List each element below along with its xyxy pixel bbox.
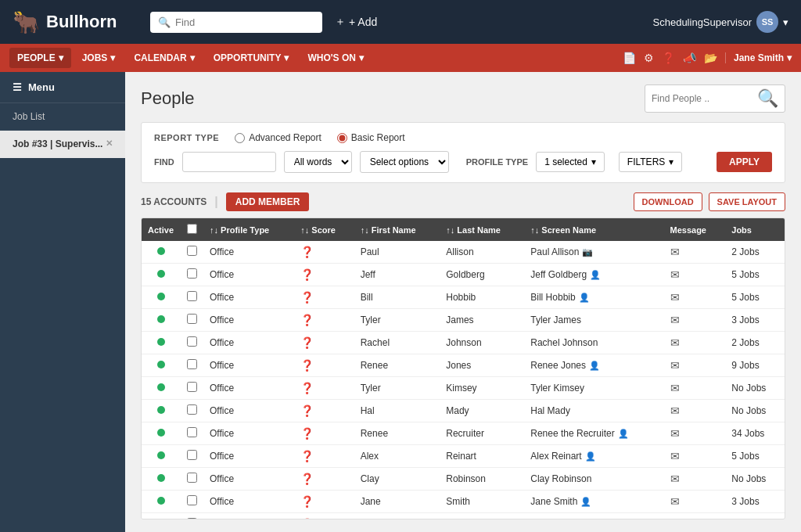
mail-icon[interactable]: ✉ <box>670 268 680 281</box>
message-cell[interactable]: ✉ <box>664 445 726 468</box>
mail-icon[interactable]: ✉ <box>670 495 680 508</box>
basic-report-radio[interactable] <box>337 133 347 143</box>
gear-icon[interactable]: ⚙ <box>644 52 654 64</box>
checkbox-cell[interactable] <box>180 491 203 513</box>
nav-people[interactable]: PEOPLE ▾ <box>9 48 71 68</box>
mail-icon[interactable]: ✉ <box>670 382 680 394</box>
table-row[interactable]: Office ❓ Alex Reinart Alex Reinart👤 ✉ 5 … <box>142 445 785 468</box>
col-last-name[interactable]: ↑↓ Last Name <box>440 218 524 241</box>
nav-jobs[interactable]: JOBS ▾ <box>74 48 124 68</box>
message-cell[interactable]: ✉ <box>664 332 726 354</box>
mail-icon[interactable]: ✉ <box>670 246 680 258</box>
checkbox-cell[interactable] <box>180 468 203 491</box>
select-all-checkbox[interactable] <box>187 224 197 234</box>
apply-button[interactable]: APPLY <box>717 152 772 172</box>
scheduling-supervisor[interactable]: SchedulingSupervisor SS ▾ <box>653 11 788 33</box>
checkbox-cell[interactable] <box>180 445 203 468</box>
row-checkbox[interactable] <box>187 314 197 324</box>
close-tab-icon[interactable]: ✕ <box>106 138 113 149</box>
add-member-button[interactable]: ADD MEMBER <box>226 192 310 211</box>
select-options-select[interactable]: Select options <box>360 151 449 173</box>
table-wrapper[interactable]: Active ↑↓ Profile Type ↑↓ Score ↑↓ First… <box>141 217 785 519</box>
mail-icon[interactable]: ✉ <box>670 336 680 349</box>
row-checkbox[interactable] <box>187 473 197 483</box>
message-cell[interactable]: ✉ <box>664 286 726 309</box>
message-cell[interactable]: ✉ <box>664 491 726 513</box>
mail-icon[interactable]: ✉ <box>670 314 680 326</box>
mail-icon[interactable]: ✉ <box>670 291 680 304</box>
row-checkbox[interactable] <box>187 427 197 437</box>
filters-button[interactable]: FILTERS ▾ <box>619 152 682 172</box>
mail-icon[interactable]: ✉ <box>670 359 680 372</box>
find-people-search[interactable]: 🔍 <box>645 84 785 113</box>
mail-icon[interactable]: ✉ <box>670 450 680 462</box>
help-icon[interactable]: ❓ <box>662 52 675 64</box>
message-cell[interactable]: ✉ <box>664 354 726 377</box>
download-button[interactable]: DOWNLOAD <box>634 192 702 211</box>
folder-icon[interactable]: 📂 <box>704 52 717 64</box>
add-button[interactable]: ＋ + Add <box>335 15 377 29</box>
message-cell[interactable]: ✉ <box>664 422 726 445</box>
mail-icon[interactable]: ✉ <box>670 404 680 417</box>
table-row[interactable]: Office ❓ Jane Smith Jane Smith👤 ✉ 3 Jobs <box>142 491 785 513</box>
table-row[interactable]: Office ❓ Hal Mady Hal Mady ✉ No Jobs <box>142 400 785 422</box>
table-row[interactable]: Office ❓ Sam Trick Sam Trick ✉ 5 Jobs <box>142 513 785 520</box>
col-score[interactable]: ↑↓ Score <box>294 218 354 241</box>
mail-icon[interactable]: ✉ <box>670 473 680 485</box>
save-layout-button[interactable]: SAVE LAYOUT <box>709 192 785 211</box>
nav-whos-on[interactable]: WHO'S ON ▾ <box>300 48 372 68</box>
table-row[interactable]: Office ❓ Rachel Johnson Rachel Johnson ✉… <box>142 332 785 354</box>
find-input[interactable] <box>182 152 276 172</box>
col-profile-type[interactable]: ↑↓ Profile Type <box>203 218 294 241</box>
checkbox-cell[interactable] <box>180 400 203 422</box>
search-input[interactable] <box>175 16 314 28</box>
checkbox-cell[interactable] <box>180 309 203 332</box>
row-checkbox[interactable] <box>187 495 197 505</box>
row-checkbox[interactable] <box>187 291 197 301</box>
table-row[interactable]: Office ❓ Paul Allison Paul Allison📷 ✉ 2 … <box>142 241 785 264</box>
checkbox-cell[interactable] <box>180 241 203 264</box>
row-checkbox[interactable] <box>187 518 197 519</box>
table-row[interactable]: Office ❓ Renee Jones Renee Jones👤 ✉ 9 Jo… <box>142 354 785 377</box>
basic-report-option[interactable]: Basic Report <box>337 132 405 143</box>
message-cell[interactable]: ✉ <box>664 264 726 286</box>
table-row[interactable]: Office ❓ Clay Robinson Clay Robinson ✉ N… <box>142 468 785 491</box>
nav-calendar[interactable]: CALENDAR ▾ <box>126 48 202 68</box>
row-checkbox[interactable] <box>187 246 197 256</box>
col-screen-name[interactable]: ↑↓ Screen Name <box>524 218 663 241</box>
row-checkbox[interactable] <box>187 450 197 460</box>
sidebar-item-job-list[interactable]: Job List <box>0 103 125 131</box>
row-checkbox[interactable] <box>187 382 197 392</box>
sidebar-item-job33[interactable]: Job #33 | Supervis... ✕ <box>0 131 125 158</box>
table-row[interactable]: Office ❓ Tyler Kimsey Tyler Kimsey ✉ No … <box>142 377 785 400</box>
mail-icon[interactable]: ✉ <box>670 427 680 440</box>
table-row[interactable]: Office ❓ Jeff Goldberg Jeff Goldberg👤 ✉ … <box>142 264 785 286</box>
checkbox-cell[interactable] <box>180 286 203 309</box>
checkbox-cell[interactable] <box>180 377 203 400</box>
row-checkbox[interactable] <box>187 268 197 279</box>
message-cell[interactable]: ✉ <box>664 400 726 422</box>
row-checkbox[interactable] <box>187 359 197 369</box>
message-cell[interactable]: ✉ <box>664 309 726 332</box>
find-people-input[interactable] <box>652 93 753 104</box>
jane-smith-menu[interactable]: Jane Smith ▾ <box>725 52 792 63</box>
message-cell[interactable]: ✉ <box>664 241 726 264</box>
checkbox-cell[interactable] <box>180 422 203 445</box>
table-row[interactable]: Office ❓ Bill Hobbib Bill Hobbib👤 ✉ 5 Jo… <box>142 286 785 309</box>
all-words-select[interactable]: All words <box>284 151 352 173</box>
advanced-report-radio[interactable] <box>235 133 245 143</box>
row-checkbox[interactable] <box>187 336 197 347</box>
checkbox-cell[interactable] <box>180 354 203 377</box>
mail-icon[interactable]: ✉ <box>670 518 680 519</box>
search-bar[interactable]: 🔍 <box>150 12 322 33</box>
col-first-name[interactable]: ↑↓ First Name <box>354 218 440 241</box>
table-row[interactable]: Office ❓ Renee Recruiter Renee the Recru… <box>142 422 785 445</box>
checkbox-cell[interactable] <box>180 264 203 286</box>
file-icon[interactable]: 📄 <box>623 52 636 64</box>
profile-type-dropdown[interactable]: 1 selected ▾ <box>536 152 605 172</box>
megaphone-icon[interactable]: 📣 <box>683 52 696 64</box>
advanced-report-option[interactable]: Advanced Report <box>235 132 321 143</box>
checkbox-cell[interactable] <box>180 332 203 354</box>
sidebar-menu-toggle[interactable]: ☰ Menu <box>0 72 125 103</box>
message-cell[interactable]: ✉ <box>664 377 726 400</box>
